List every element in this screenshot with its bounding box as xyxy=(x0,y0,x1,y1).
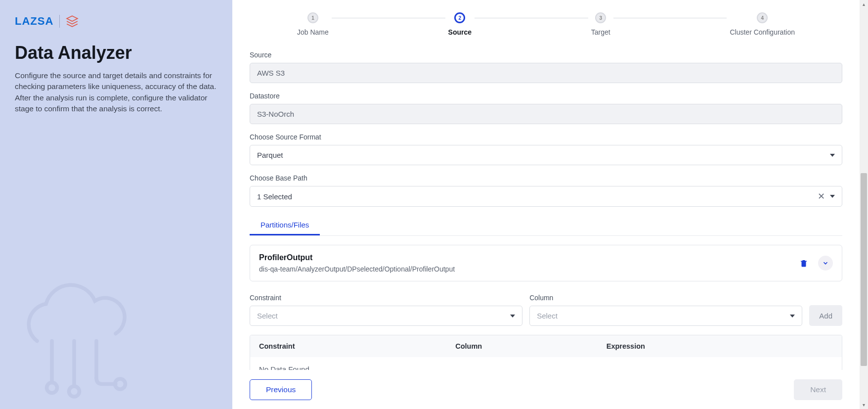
file-path: dis-qa-team/AnalyzerOutput/DPselected/Op… xyxy=(259,265,455,273)
page-description: Configure the source and target details … xyxy=(15,70,217,115)
chevron-down-icon xyxy=(830,195,835,198)
expand-button[interactable] xyxy=(818,256,833,271)
source-input: AWS S3 xyxy=(250,63,842,83)
column-placeholder: Select xyxy=(537,312,558,320)
chevron-down-icon xyxy=(510,315,515,318)
tab-partitions-files[interactable]: Partitions/Files xyxy=(250,216,320,235)
basepath-group: Choose Base Path 1 Selected ✕ xyxy=(250,174,842,207)
delete-button[interactable] xyxy=(796,256,811,271)
table-empty: No Data Found xyxy=(250,357,842,370)
chevron-down-icon xyxy=(822,260,829,267)
th-constraint: Constraint xyxy=(259,342,455,350)
column-label: Column xyxy=(529,294,802,302)
vertical-scrollbar[interactable]: ▴ ▾ xyxy=(860,0,868,409)
column-group: Column Select xyxy=(529,294,802,326)
step-label-target: Target xyxy=(591,28,610,36)
step-circle-2: 2 xyxy=(454,12,465,23)
step-job-name[interactable]: 1 Job Name xyxy=(294,12,332,36)
logo-row: LAZSA xyxy=(15,15,217,28)
column-select[interactable]: Select xyxy=(529,306,802,326)
constraint-select[interactable]: Select xyxy=(250,306,522,326)
chevron-down-icon xyxy=(830,154,835,157)
stepper: 1 Job Name 2 Source 3 Target 4 Cluster C… xyxy=(294,12,798,36)
basepath-select[interactable]: 1 Selected ✕ xyxy=(250,186,842,207)
constraint-label: Constraint xyxy=(250,294,522,302)
constraint-group: Constraint Select xyxy=(250,294,522,326)
datastore-group: Datastore S3-NoOrch xyxy=(250,92,842,124)
scroll-down-arrow[interactable]: ▾ xyxy=(860,401,868,409)
step-cluster[interactable]: 4 Cluster Configuration xyxy=(727,12,798,36)
format-label: Choose Source Format xyxy=(250,133,842,141)
th-expression: Expression xyxy=(607,342,833,350)
datastore-label: Datastore xyxy=(250,92,842,100)
previous-button[interactable]: Previous xyxy=(250,379,312,400)
source-label: Source xyxy=(250,51,842,59)
chevron-down-icon xyxy=(790,315,795,318)
step-source[interactable]: 2 Source xyxy=(445,12,475,36)
scroll-area[interactable]: 1 Job Name 2 Source 3 Target 4 Cluster C… xyxy=(232,0,860,370)
clear-icon[interactable]: ✕ xyxy=(818,192,825,201)
logo-divider xyxy=(59,15,60,28)
step-label-source: Source xyxy=(448,28,472,36)
main-panel: 1 Job Name 2 Source 3 Target 4 Cluster C… xyxy=(232,0,860,409)
constraint-row: Constraint Select Column Select Add xyxy=(250,294,842,326)
step-label-cluster: Cluster Configuration xyxy=(730,28,795,36)
stepper-line xyxy=(314,18,778,18)
file-actions xyxy=(796,256,833,271)
cloud-illustration xyxy=(0,271,148,409)
basepath-value: 1 Selected xyxy=(257,192,292,201)
scroll-up-arrow[interactable]: ▴ xyxy=(860,0,868,8)
svg-point-3 xyxy=(47,383,57,393)
next-button: Next xyxy=(794,379,842,400)
svg-point-4 xyxy=(69,386,80,397)
step-circle-3: 3 xyxy=(595,12,606,23)
scrollbar-thumb[interactable] xyxy=(861,173,867,366)
constraints-table: Constraint Column Expression No Data Fou… xyxy=(250,335,842,370)
file-info: ProfilerOutput dis-qa-team/AnalyzerOutpu… xyxy=(259,253,455,273)
datastore-input: S3-NoOrch xyxy=(250,104,842,124)
sidebar-panel: LAZSA Data Analyzer Configure the source… xyxy=(0,0,232,409)
step-circle-1: 1 xyxy=(307,12,318,23)
table-header: Constraint Column Expression xyxy=(250,335,842,357)
format-value: Parquet xyxy=(257,151,283,159)
format-group: Choose Source Format Parquet xyxy=(250,133,842,165)
page-title: Data Analyzer xyxy=(15,43,217,63)
file-name: ProfilerOutput xyxy=(259,253,455,262)
trash-icon xyxy=(799,259,808,268)
step-label-job-name: Job Name xyxy=(297,28,329,36)
constraint-placeholder: Select xyxy=(257,312,278,320)
layers-icon xyxy=(66,15,79,28)
footer: Previous Next xyxy=(232,370,860,409)
basepath-label: Choose Base Path xyxy=(250,174,842,182)
step-target[interactable]: 3 Target xyxy=(588,12,613,36)
add-button[interactable]: Add xyxy=(809,305,842,326)
format-select[interactable]: Parquet xyxy=(250,145,842,165)
tabs: Partitions/Files xyxy=(250,216,842,236)
step-circle-4: 4 xyxy=(757,12,768,23)
th-column: Column xyxy=(455,342,607,350)
file-card: ProfilerOutput dis-qa-team/AnalyzerOutpu… xyxy=(250,245,842,281)
source-group: Source AWS S3 xyxy=(250,51,842,83)
svg-point-5 xyxy=(115,379,126,389)
logo-text: LAZSA xyxy=(15,15,53,28)
